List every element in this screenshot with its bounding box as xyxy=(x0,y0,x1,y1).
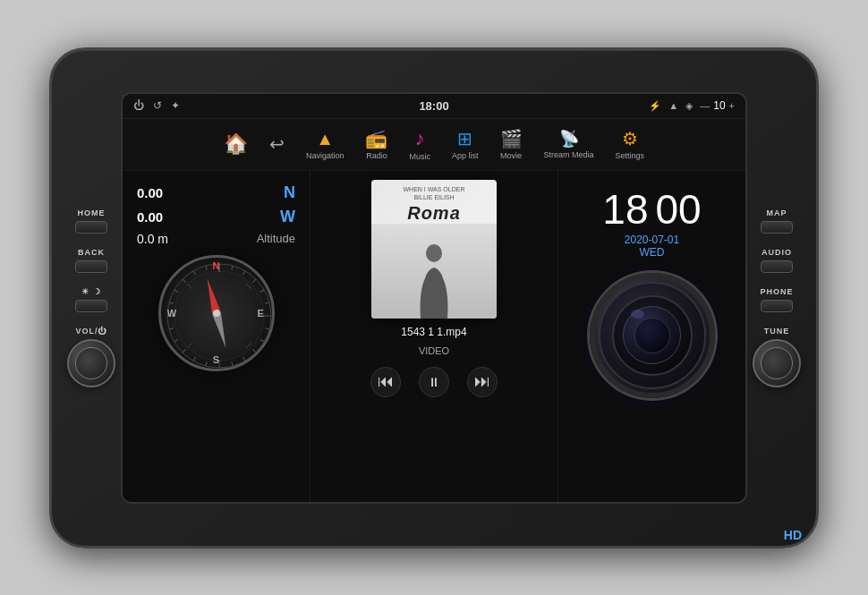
svg-line-6 xyxy=(187,284,192,289)
main-screen: ⏻ ↺ ✦ 18:00 ⚡ ▲ ◈ — 10 + 🏠 ↩ xyxy=(121,92,747,504)
nav-home[interactable]: 🏠 xyxy=(213,129,259,159)
gps-speed1: 0.00 xyxy=(137,185,163,200)
audio-button-group: AUDIO xyxy=(761,248,793,273)
wifi-icon: ◈ xyxy=(685,100,693,112)
svg-line-18 xyxy=(243,356,245,360)
nav-back[interactable]: ↩ xyxy=(259,130,295,158)
movie-label: Movie xyxy=(500,151,522,160)
album-artist: BILLIE EILISH xyxy=(404,193,465,201)
navigation-label: Navigation xyxy=(306,151,345,160)
gps-dir1: N xyxy=(284,183,295,202)
nav-music[interactable]: ♪ Music xyxy=(398,123,441,165)
prev-button[interactable]: ⏮ xyxy=(370,367,401,397)
svg-line-16 xyxy=(260,339,263,342)
nav-radio[interactable]: 📻 Radio xyxy=(354,124,398,164)
nav-navigation[interactable]: ▲ Navigation xyxy=(295,125,355,164)
tune-knob-inner xyxy=(761,347,793,379)
svg-line-21 xyxy=(193,356,196,360)
svg-line-7 xyxy=(246,284,251,289)
applist-icon: ⊞ xyxy=(457,128,472,149)
volume-control: — 10 + xyxy=(700,99,735,112)
compass-south: S xyxy=(213,354,219,365)
gps-data: 0.00 N 0.00 W 0.0 m Altitude xyxy=(130,182,302,248)
power-icon: ⏻ xyxy=(133,99,144,112)
brightness-button-group: ☀ ☽ xyxy=(75,287,107,312)
album-art-inner: WHEN I WAS OLDER BILLIE EILISH Roma xyxy=(371,180,497,319)
radio-label: Radio xyxy=(366,151,387,160)
back-button-group: BACK xyxy=(75,248,107,273)
status-time: 18:00 xyxy=(419,99,448,113)
status-bar: ⏻ ↺ ✦ 18:00 ⚡ ▲ ◈ — 10 + xyxy=(123,94,745,119)
gps-panel: 0.00 N 0.00 W 0.0 m Altitude xyxy=(123,171,311,502)
nav-applist[interactable]: ⊞ App list xyxy=(441,124,489,164)
media-filename: 1543 1 1.mp4 xyxy=(401,326,466,338)
svg-line-24 xyxy=(168,327,173,328)
gps-altitude-label: Altitude xyxy=(257,232,295,246)
music-label: Music xyxy=(409,152,430,161)
gps-distance: 0.0 m xyxy=(137,232,168,246)
map-button[interactable] xyxy=(761,221,793,234)
back-icon: ↩ xyxy=(269,133,285,155)
next-button[interactable]: ⏭ xyxy=(467,367,498,397)
media-controls: ⏮ ⏸ ⏭ xyxy=(370,367,498,397)
vol-plus-icon[interactable]: + xyxy=(729,100,735,111)
svg-line-10 xyxy=(231,265,232,269)
play-pause-button[interactable]: ⏸ xyxy=(419,367,449,397)
album-title: Roma xyxy=(407,203,461,224)
clock-date: 2020-07-01 xyxy=(566,234,738,246)
brightness-button[interactable] xyxy=(75,300,107,312)
volume-knob-inner xyxy=(75,347,107,379)
compass-west: W xyxy=(167,308,176,319)
home-button[interactable] xyxy=(75,221,107,234)
nav-bar: 🏠 ↩ ▲ Navigation 📻 Radio ♪ Music ⊞ App l… xyxy=(123,119,745,171)
home-button-group: HOME xyxy=(75,208,107,234)
figure-svg xyxy=(412,242,456,319)
compass-north: N xyxy=(213,260,220,271)
svg-line-25 xyxy=(168,302,173,302)
nav-settings[interactable]: ⚙ Settings xyxy=(605,124,656,164)
compass-container: N S E W xyxy=(158,255,275,371)
phone-button[interactable] xyxy=(761,300,793,312)
home-icon: 🏠 xyxy=(224,132,248,156)
phone-label: PHONE xyxy=(760,287,793,296)
status-left: ⏻ ↺ ✦ xyxy=(133,99,180,112)
play-icon: ⏸ xyxy=(428,375,440,389)
status-right: ⚡ ▲ ◈ — 10 + xyxy=(649,99,735,112)
clock-minute: 00 xyxy=(656,189,702,230)
tune-knob[interactable] xyxy=(753,339,801,387)
prev-icon: ⏮ xyxy=(378,372,394,391)
svg-line-22 xyxy=(182,349,185,353)
back-button[interactable] xyxy=(75,260,107,273)
svg-line-19 xyxy=(231,361,232,366)
svg-line-17 xyxy=(252,349,256,353)
brightness-icon: ✦ xyxy=(171,99,180,112)
audio-button[interactable] xyxy=(761,260,793,273)
stream-media-label: Stream Media xyxy=(544,150,594,159)
left-side-buttons: HOME BACK ☀ ☽ VOL/⏻ xyxy=(64,50,118,546)
svg-line-13 xyxy=(260,290,263,293)
right-panel: 18 00 2020-07-01 WED HD xyxy=(557,171,745,502)
navigation-icon: ▲ xyxy=(316,129,334,149)
gps-dir2: W xyxy=(280,208,295,226)
undo-icon: ↺ xyxy=(153,99,162,112)
gps-row-2: 0.00 W xyxy=(130,206,302,228)
settings-icon: ⚙ xyxy=(622,128,638,149)
signal-icon: ▲ xyxy=(668,100,678,111)
nav-movie[interactable]: 🎬 Movie xyxy=(489,124,533,164)
music-icon: ♪ xyxy=(415,127,425,150)
svg-line-9 xyxy=(246,343,251,348)
svg-line-14 xyxy=(265,302,269,302)
usb-icon: ⚡ xyxy=(649,100,661,112)
svg-point-30 xyxy=(426,244,442,262)
home-label: HOME xyxy=(78,208,106,217)
stream-media-icon: 📡 xyxy=(559,129,579,149)
volume-knob[interactable] xyxy=(67,339,115,387)
svg-line-28 xyxy=(193,270,196,274)
tune-label: TUNE xyxy=(764,327,790,336)
brightness-label: ☀ ☽ xyxy=(81,287,101,296)
media-type: VIDEO xyxy=(419,345,449,356)
back-label: BACK xyxy=(78,248,105,257)
nav-stream-media[interactable]: 📡 Stream Media xyxy=(533,125,605,163)
svg-line-26 xyxy=(174,290,177,293)
vol-minus-icon[interactable]: — xyxy=(700,100,710,111)
